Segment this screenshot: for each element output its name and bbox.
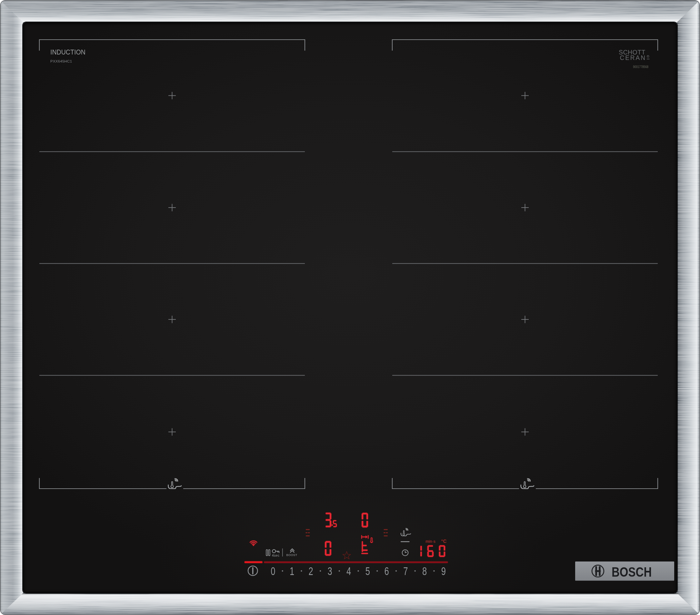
- svg-text:°C: °C: [441, 538, 447, 544]
- svg-text:BOOST: BOOST: [286, 553, 297, 557]
- svg-text:0: 0: [271, 564, 275, 577]
- svg-text:®: ®: [647, 54, 650, 58]
- svg-text:8: 8: [422, 564, 427, 577]
- svg-text:1: 1: [290, 564, 294, 577]
- svg-text:PXX645HC1: PXX645HC1: [50, 59, 72, 63]
- svg-text:4: 4: [347, 564, 351, 577]
- svg-text:6: 6: [384, 564, 389, 577]
- svg-text:BOSCH: BOSCH: [612, 564, 652, 579]
- svg-text:min·s: min·s: [425, 539, 436, 544]
- svg-text:9: 9: [441, 564, 446, 577]
- svg-text:9001778568: 9001778568: [633, 64, 648, 68]
- svg-text:5: 5: [365, 564, 370, 577]
- svg-text:7: 7: [403, 564, 408, 577]
- svg-text:3: 3: [327, 564, 332, 577]
- svg-text:2: 2: [309, 564, 313, 577]
- svg-text:CERAN: CERAN: [620, 54, 646, 61]
- svg-text:4sec: 4sec: [272, 554, 280, 557]
- svg-text:INDUCTION: INDUCTION: [50, 48, 86, 56]
